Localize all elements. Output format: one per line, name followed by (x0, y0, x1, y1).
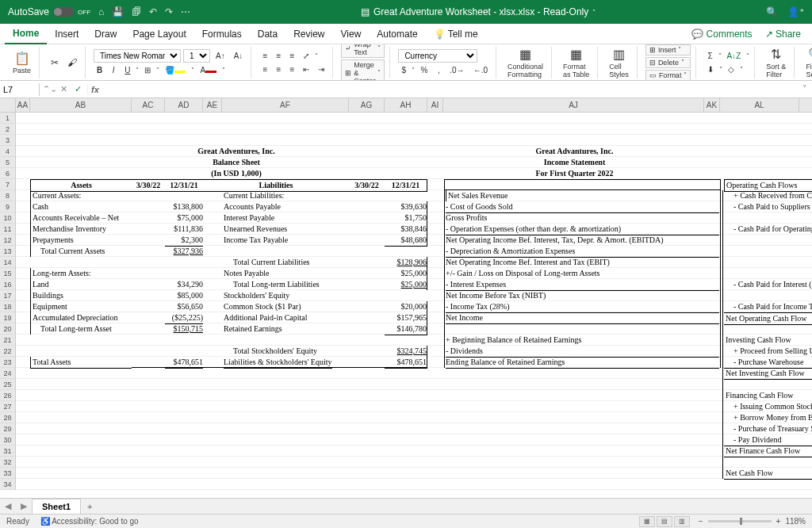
undo-icon[interactable]: ↶ (149, 6, 157, 17)
tab-draw[interactable]: Draw (86, 25, 124, 44)
currency-button[interactable]: $ (398, 64, 409, 76)
row-header[interactable]: 22 (0, 346, 15, 357)
row-header[interactable]: 19 (0, 312, 15, 323)
column-header[interactable]: AH (385, 98, 427, 112)
decrease-font-button[interactable]: A↓ (231, 50, 247, 62)
border-button[interactable]: ⊞ (141, 64, 154, 76)
tab-automate[interactable]: Automate (369, 25, 425, 44)
share-button[interactable]: ↗ Share (759, 25, 807, 44)
redo-icon[interactable]: ↷ (165, 6, 173, 17)
row-header[interactable]: 31 (0, 446, 15, 457)
zoom-level[interactable]: 118% (785, 517, 806, 518)
fill-button[interactable]: ⬇ (704, 63, 717, 75)
page-layout-view-button[interactable]: ▤ (657, 516, 672, 519)
align-top-button[interactable]: ≡ (259, 50, 270, 62)
format-cells-button[interactable]: ▭ Format ˅ (645, 70, 691, 81)
increase-font-button[interactable]: A↑ (213, 50, 228, 62)
row-header[interactable]: 32 (0, 457, 15, 468)
cancel-formula-button[interactable]: ✕ (57, 84, 70, 94)
row-header[interactable]: 12 (0, 235, 15, 246)
spreadsheet-grid[interactable]: AA AB AC AD AE AF AG AH AI AJ AK AL 1234… (0, 98, 812, 518)
align-center-button[interactable]: ≡ (273, 63, 284, 75)
page-break-view-button[interactable]: ▥ (674, 516, 690, 519)
column-header[interactable]: AA (16, 98, 30, 112)
row-header[interactable]: 8 (0, 190, 15, 201)
select-all-corner[interactable] (0, 98, 16, 112)
sort-filter-button[interactable]: ⇅Sort & Filter (763, 45, 789, 80)
fill-color-button[interactable]: 🪣 (162, 64, 189, 76)
add-sheet-button[interactable]: + (81, 502, 98, 511)
column-header[interactable]: AG (349, 98, 385, 112)
delete-cells-button[interactable]: ⊟ Delete ˅ (645, 57, 691, 68)
row-header[interactable]: 18 (0, 301, 15, 312)
formula-input[interactable] (102, 83, 798, 96)
column-header[interactable]: AC (132, 98, 165, 112)
formula-expand-icon[interactable]: ˅ (798, 84, 812, 94)
comments-button[interactable]: 💬 Comments (685, 25, 758, 44)
zoom-in-button[interactable]: + (776, 517, 781, 518)
tab-review[interactable]: Review (285, 25, 332, 44)
row-header[interactable]: 14 (0, 257, 15, 268)
paste-button[interactable]: 📋Paste (10, 49, 34, 76)
fx-icon[interactable]: fx (88, 85, 102, 94)
print-icon[interactable]: 🗐 (132, 6, 141, 17)
column-header[interactable]: AI (427, 98, 443, 112)
save-icon[interactable]: 💾 (112, 6, 124, 17)
column-header[interactable]: AB (30, 98, 132, 112)
column-header[interactable]: AE (203, 98, 222, 112)
sheet-prev-button[interactable]: ◀ (0, 501, 16, 511)
normal-view-button[interactable]: ▦ (639, 516, 655, 519)
sort-az-icon[interactable]: A↓Z (724, 50, 745, 62)
accessibility-status[interactable]: ♿ Accessibility: Good to go (40, 517, 139, 518)
align-left-button[interactable]: ≡ (259, 63, 270, 75)
row-header[interactable]: 26 (0, 390, 15, 401)
search-icon[interactable]: 🔍 (766, 6, 778, 17)
share-icon[interactable]: 👤⁺ (787, 6, 804, 17)
row-header[interactable]: 10 (0, 212, 15, 224)
indent-button[interactable]: ⇥ (315, 63, 327, 75)
tab-view[interactable]: View (333, 25, 370, 44)
font-size-select[interactable]: 12 (183, 49, 210, 63)
inc-decimal-button[interactable]: .0→ (446, 64, 467, 76)
align-bot-button[interactable]: ≡ (286, 50, 297, 62)
autosave-toggle[interactable]: AutoSave OFF (8, 6, 90, 17)
italic-button[interactable]: I (108, 64, 119, 76)
bold-button[interactable]: B (94, 64, 105, 76)
row-header[interactable]: 5 (0, 157, 15, 168)
orient-button[interactable]: ⤢ (300, 50, 312, 62)
row-header[interactable]: 16 (0, 279, 15, 290)
format-painter-button[interactable]: 🖌 (64, 55, 80, 70)
row-header[interactable]: 6 (0, 168, 15, 179)
column-header[interactable]: AJ (443, 98, 704, 112)
dec-decimal-button[interactable]: ←.0 (470, 64, 491, 76)
more-icon[interactable]: ⋯ (181, 6, 190, 17)
wrap-text-button[interactable]: ⤶ Wrap Text ˅ (341, 44, 385, 58)
enter-formula-button[interactable]: ✓ (71, 84, 84, 94)
format-table-button[interactable]: ▦Format as Table (560, 45, 592, 80)
row-header[interactable]: 1 (0, 113, 15, 124)
row-header[interactable]: 24 (0, 368, 15, 379)
tab-page-layout[interactable]: Page Layout (124, 25, 193, 44)
tab-insert[interactable]: Insert (47, 25, 86, 44)
home-icon[interactable]: ⌂ (98, 6, 104, 17)
row-header[interactable]: 2 (0, 124, 15, 135)
row-header[interactable]: 23 (0, 357, 15, 368)
find-select-button[interactable]: 🔍Find & Select (802, 45, 812, 80)
align-mid-button[interactable]: ≡ (273, 50, 284, 62)
font-name-select[interactable]: Times New Roman (94, 49, 181, 63)
row-header[interactable]: 3 (0, 135, 15, 146)
sheet-next-button[interactable]: ▶ (16, 501, 32, 511)
tab-home[interactable]: Home (5, 24, 47, 44)
row-header[interactable]: 34 (0, 479, 15, 490)
row-header[interactable]: 15 (0, 268, 15, 279)
comma-button[interactable]: , (433, 64, 444, 76)
column-header[interactable]: AL (720, 98, 799, 112)
percent-button[interactable]: % (417, 64, 431, 76)
cell-styles-button[interactable]: ▥Cell Styles (606, 45, 632, 80)
copy-button[interactable]: ✂ (48, 55, 62, 70)
conditional-formatting-button[interactable]: ▦Conditional Formatting (504, 45, 546, 80)
number-format-select[interactable]: Currency (398, 49, 477, 63)
tab-formulas[interactable]: Formulas (194, 25, 250, 44)
row-header[interactable]: 9 (0, 201, 15, 212)
stepper-icon[interactable]: ⌃⌄ (43, 84, 56, 94)
